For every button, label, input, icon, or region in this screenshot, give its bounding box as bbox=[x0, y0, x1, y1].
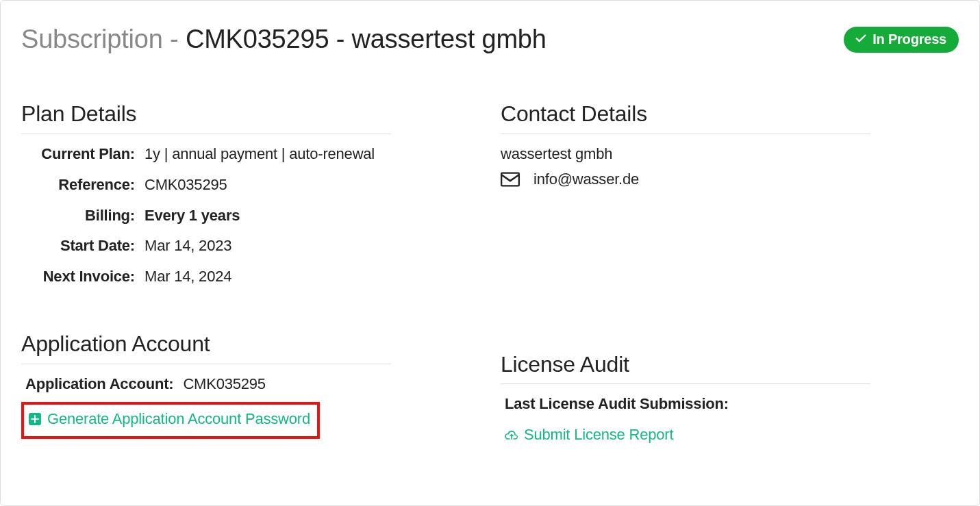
plan-row-start: Start Date: Mar 14, 2023 bbox=[21, 236, 391, 257]
plan-billing-label: Billing: bbox=[21, 205, 145, 227]
page-title-prefix: Subscription - bbox=[21, 25, 186, 53]
subscription-card: Subscription - CMK035295 - wassertest gm… bbox=[0, 0, 980, 506]
status-badge: In Progress bbox=[844, 27, 959, 53]
page-title: Subscription - CMK035295 - wassertest gm… bbox=[21, 21, 546, 58]
app-account-label: Application Account: bbox=[25, 374, 183, 395]
plan-current-label: Current Plan: bbox=[21, 144, 145, 165]
envelope-icon bbox=[501, 172, 520, 187]
license-audit-heading: License Audit bbox=[501, 349, 870, 385]
plan-current-value: 1y | annual payment | auto-renewal bbox=[145, 144, 375, 165]
plus-square-icon bbox=[28, 412, 42, 426]
status-badge-text: In Progress bbox=[872, 29, 946, 49]
contact-company: wassertest gmbh bbox=[501, 144, 870, 165]
app-account-row: Application Account: CMK035295 bbox=[21, 374, 391, 395]
plan-row-current: Current Plan: 1y | annual payment | auto… bbox=[21, 144, 391, 165]
plan-reference-label: Reference: bbox=[21, 175, 145, 196]
plan-next-invoice-label: Next Invoice: bbox=[21, 266, 145, 288]
submit-license-link-text: Submit License Report bbox=[524, 425, 673, 446]
contact-email: info@wasser.de bbox=[533, 169, 639, 190]
plan-details-heading: Plan Details bbox=[21, 99, 391, 134]
submit-license-link[interactable]: Submit License Report bbox=[501, 425, 870, 446]
plan-row-next-invoice: Next Invoice: Mar 14, 2024 bbox=[21, 266, 391, 288]
plan-start-label: Start Date: bbox=[21, 236, 145, 257]
contact-details-heading: Contact Details bbox=[501, 99, 870, 134]
left-column: Plan Details Current Plan: 1y | annual p… bbox=[21, 58, 391, 446]
application-account-heading: Application Account bbox=[21, 329, 391, 364]
plan-next-invoice-value: Mar 14, 2024 bbox=[145, 266, 231, 288]
plan-billing-value: Every 1 years bbox=[145, 205, 240, 227]
columns: Plan Details Current Plan: 1y | annual p… bbox=[21, 58, 959, 446]
generate-password-link-text: Generate Application Account Password bbox=[47, 409, 310, 430]
contact-email-row: info@wasser.de bbox=[501, 169, 870, 190]
generate-password-highlight: Generate Application Account Password bbox=[21, 402, 320, 440]
plan-reference-value: CMK035295 bbox=[145, 175, 227, 196]
right-column: Contact Details wassertest gmbh info@was… bbox=[501, 58, 870, 446]
plan-row-billing: Billing: Every 1 years bbox=[21, 205, 391, 227]
plan-start-value: Mar 14, 2023 bbox=[145, 236, 231, 257]
header-row: Subscription - CMK035295 - wassertest gm… bbox=[21, 21, 959, 58]
generate-password-link[interactable]: Generate Application Account Password bbox=[28, 409, 310, 430]
app-account-value: CMK035295 bbox=[183, 374, 266, 395]
plan-row-reference: Reference: CMK035295 bbox=[21, 175, 391, 196]
last-license-audit-label: Last License Audit Submission: bbox=[501, 394, 870, 415]
page-title-main: CMK035295 - wassertest gmbh bbox=[186, 25, 546, 53]
cloud-upload-icon bbox=[505, 429, 518, 442]
check-icon bbox=[855, 33, 867, 45]
